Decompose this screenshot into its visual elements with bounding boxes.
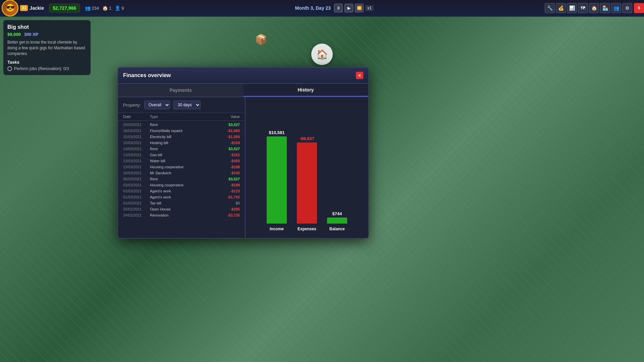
table-row: 13/03/2021Gas bill-$152 — [118, 152, 245, 158]
payment-type: Open House — [150, 207, 220, 211]
game-date: Month 3, Day 23 — [295, 5, 331, 11]
tab-history[interactable]: History — [243, 84, 368, 97]
building-icon: 🏠 — [102, 5, 108, 11]
task-checkbox — [7, 66, 12, 71]
people-icon: 👤 — [115, 5, 120, 11]
package-icon[interactable]: 📦 — [255, 34, 267, 45]
player-money: $2,727,966 — [49, 4, 80, 12]
house-icon-btn[interactable]: 🏠 — [589, 3, 599, 13]
balance-value: $744 — [332, 211, 342, 216]
modal-header: Finances overview × — [118, 68, 368, 84]
balance-bar — [327, 218, 347, 224]
income-bar-group: $10,581 Income — [267, 130, 287, 231]
payment-value: $0 — [220, 201, 240, 205]
tools-icon-btn[interactable]: 🔧 — [545, 3, 555, 13]
task-label: Perform jobs (Renovation): 0/3 — [14, 66, 69, 71]
quest-panel: Big shot $9,000 300 XP Better get to kno… — [3, 20, 91, 75]
tab-payments[interactable]: Payments — [118, 84, 243, 97]
payment-type: Mr Sandwich — [150, 171, 220, 175]
hud-action-icons: 🔧 💰 📊 🗺 🏠 🏪 👥 ⚙ — [545, 3, 632, 13]
table-row: 25/02/2021Open House-$285 — [118, 206, 245, 212]
stat-people: 👤 9 — [115, 5, 124, 11]
payment-value: $3,527 — [220, 177, 240, 181]
payment-type: Gas bill — [150, 153, 220, 157]
payment-value: -$145 — [220, 171, 240, 175]
payment-type: Housing cooperative — [150, 183, 220, 187]
payments-list: 20/03/2021Rent$3,52718/03/2021Floors/Wal… — [118, 121, 245, 238]
stats-icon-btn[interactable]: 📊 — [567, 3, 577, 13]
payment-type: Floors/Walls repaint — [150, 129, 220, 133]
table-row: 24/02/2021Renovation-$3,735 — [118, 212, 245, 218]
payments-filter: Property: Overall 30 days — [118, 97, 245, 113]
payment-date: 13/03/2021 — [123, 153, 150, 157]
table-row: 03/03/2021Housing cooperative-$198 — [118, 182, 245, 188]
player-level: 21 — [20, 5, 28, 11]
table-row: 13/03/2021Rent$3,527 — [118, 146, 245, 152]
payment-value: -$152 — [220, 153, 240, 157]
payment-date: 13/03/2021 — [123, 147, 150, 151]
table-header: Date Type Value — [118, 113, 245, 121]
quest-task-item: Perform jobs (Renovation): 0/3 — [7, 66, 87, 71]
payment-type: Housing cooperative — [150, 165, 220, 169]
payment-date: 03/03/2021 — [123, 183, 150, 187]
home-button[interactable]: 🏠 — [311, 44, 333, 65]
payment-value: -$1,742 — [220, 195, 240, 199]
modal-body: Property: Overall 30 days Date Type Valu… — [118, 97, 368, 238]
people2-icon-btn[interactable]: 👥 — [611, 3, 621, 13]
payment-date: 01/03/2021 — [123, 201, 150, 205]
payment-value: -$3,735 — [220, 213, 240, 217]
days-select[interactable]: 30 days — [173, 101, 201, 109]
payments-panel: Property: Overall 30 days Date Type Valu… — [118, 97, 246, 238]
balance-label: Balance — [329, 227, 345, 231]
stat-buildings: 🏠 1 — [102, 5, 111, 11]
shop-icon-btn[interactable]: 🏪 — [600, 3, 610, 13]
payment-date: 15/03/2021 — [123, 141, 150, 145]
payment-value: -$1,050 — [220, 135, 240, 139]
money-icon-btn[interactable]: 💰 — [556, 3, 566, 13]
expenses-value: -$9,837 — [300, 136, 314, 141]
modal-close-button[interactable]: × — [356, 72, 363, 79]
modal-title: Finances overview — [123, 72, 171, 78]
payment-type: Water bill — [150, 159, 220, 163]
payment-date: 01/03/2021 — [123, 195, 150, 199]
pause-button[interactable]: ⏸ — [334, 4, 343, 12]
filter-label: Property: — [123, 103, 141, 108]
table-row: 06/03/2021Rent$3,527 — [118, 176, 245, 182]
speed-indicator: x1 — [365, 5, 374, 11]
notification-badge[interactable]: 5 — [634, 3, 644, 13]
payment-type: Rent — [150, 147, 220, 151]
col-header-date: Date — [123, 115, 150, 119]
table-row: 18/03/2021Floors/Walls repaint-$1,600 — [118, 128, 245, 134]
payment-date: 24/02/2021 — [123, 213, 150, 217]
table-row: 15/03/2021Electricity bill-$1,050 — [118, 134, 245, 140]
income-label: Income — [270, 227, 284, 231]
fast-forward-button[interactable]: ⏩ — [355, 4, 364, 12]
table-row: 10/03/2021Mr Sandwich-$145 — [118, 170, 245, 176]
payment-value: -$198 — [220, 183, 240, 187]
payment-date: 13/03/2021 — [123, 159, 150, 163]
modal-tabs: Payments History — [118, 84, 368, 97]
col-header-type: Type — [150, 115, 220, 119]
play-button[interactable]: ▶ — [344, 4, 353, 12]
quest-money: $9,000 — [7, 32, 21, 37]
table-row: 15/03/2021Heating bill-$159 — [118, 140, 245, 146]
property-select[interactable]: Overall — [144, 101, 170, 109]
playback-controls: ⏸ ▶ ⏩ x1 — [334, 4, 374, 12]
hud-center: Month 3, Day 23 ⏸ ▶ ⏩ x1 — [127, 4, 545, 12]
payment-type: Rent — [150, 123, 220, 127]
col-header-value: Value — [220, 115, 240, 119]
chart-area: $10,581 Income -$9,837 Expenses $744 — [252, 124, 362, 231]
payment-type: Heating bill — [150, 141, 220, 145]
avatar[interactable]: 😎 — [2, 0, 18, 16]
finance-modal[interactable]: Finances overview × Payments History Pro… — [117, 67, 369, 239]
payment-value: $3,527 — [220, 123, 240, 127]
payment-type: Agent's work — [150, 189, 220, 193]
quest-description: Better get to know the local clientele b… — [7, 40, 87, 56]
table-row: 01/03/2021Agent's work-$1,742 — [118, 194, 245, 200]
quest-reward: $9,000 300 XP — [7, 32, 87, 37]
payment-date: 01/03/2021 — [123, 189, 150, 193]
map-icon-btn[interactable]: 🗺 — [578, 3, 588, 13]
stat-population: 👥 234 — [85, 5, 99, 11]
settings-icon-btn[interactable]: ⚙ — [622, 3, 632, 13]
payment-value: -$159 — [220, 141, 240, 145]
